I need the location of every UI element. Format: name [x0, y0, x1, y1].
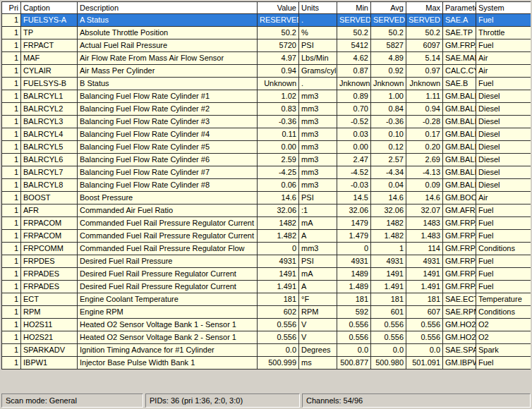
cell-caption: FRPACT — [21, 39, 78, 52]
table-row[interactable]: 1FUELSYS-AA StatusRESERVED.SERVEDSERVEDS… — [2, 14, 531, 27]
status-bar: Scan mode: General PIDs: 36 (pri 1:36, 2… — [1, 393, 531, 408]
cell-description: Absolute Throttle Position — [78, 27, 258, 39]
cell-parameter: GM.BALI — [443, 90, 476, 103]
cell-max: 0.94 — [406, 103, 443, 116]
cell-caption: RPM — [21, 306, 78, 319]
cell-caption: BALRCYL1 — [21, 90, 78, 103]
cell-pri: 1 — [2, 306, 21, 319]
cell-system: Fuel — [476, 230, 531, 243]
cell-system: Fuel — [476, 78, 531, 90]
cell-min: 0 — [337, 243, 371, 255]
cell-units: Grams/cyl — [299, 65, 337, 78]
cell-parameter: GM.BOO — [443, 192, 476, 204]
cell-parameter: GM.BALI — [443, 103, 476, 116]
table-row[interactable]: 1TPAbsolute Throttle Position50.2%50.250… — [2, 27, 531, 39]
cell-pri: 1 — [2, 166, 21, 179]
table-row[interactable]: 1BALRCYL2Balancing Fuel Flow Rate Cylind… — [2, 103, 531, 116]
cell-caption: ECT — [21, 293, 78, 306]
cell-max: 1483 — [406, 217, 443, 230]
cell-parameter: GM.BALI — [443, 116, 476, 128]
table-row[interactable]: 1BALRCYL4Balancing Fuel Flow Rate Cylind… — [2, 128, 531, 141]
cell-max: 6097 — [406, 39, 443, 52]
cell-min: SERVED — [337, 14, 371, 27]
cell-description: Boost Pressure — [78, 192, 258, 204]
cell-parameter: GM.HO2 — [443, 331, 476, 344]
column-header-value[interactable]: Value — [258, 2, 299, 14]
cell-description: Balancing Fuel Flow Rate Cylinder #8 — [78, 179, 258, 192]
cell-min: 592 — [337, 306, 371, 319]
table-row[interactable]: 1BALRCYL5Balancing Fuel Flow Rate Cylind… — [2, 141, 531, 154]
cell-system: Fuel — [476, 14, 531, 27]
cell-caption: BALRCYL7 — [21, 166, 78, 179]
table-row[interactable]: 1RPMEngine RPM602RPM592601607SAE.RPMCond… — [2, 306, 531, 319]
cell-avg: 50.2 — [371, 27, 406, 39]
table-row[interactable]: 1CYLAIRAir Mass Per Cylinder0.94Grams/cy… — [2, 65, 531, 78]
table-row[interactable]: 1FRPACTActual Fuel Rail Pressure5720PSI5… — [2, 39, 531, 52]
column-header-max[interactable]: Max — [406, 2, 443, 14]
column-header-description[interactable]: Description — [78, 2, 258, 14]
column-header-min[interactable]: Min — [337, 2, 371, 14]
column-header-units[interactable]: Units — [299, 2, 337, 14]
cell-system: Fuel — [476, 217, 531, 230]
column-header-avg[interactable]: Avg — [371, 2, 406, 14]
cell-max: 1.11 — [406, 90, 443, 103]
cell-avg: 32.06 — [371, 204, 406, 217]
cell-min: 2.47 — [337, 154, 371, 166]
column-header-parameter[interactable]: Parameter — [443, 2, 476, 14]
table-row[interactable]: 1BALRCYL8Balancing Fuel Flow Rate Cylind… — [2, 179, 531, 192]
cell-parameter: CALC.CY — [443, 65, 476, 78]
table-row[interactable]: 1FRPADESDesired Fuel Rail Pressure Regul… — [2, 281, 531, 293]
cell-parameter: GM.BALI — [443, 166, 476, 179]
cell-caption: CYLAIR — [21, 65, 78, 78]
cell-system: Diesel — [476, 128, 531, 141]
column-header-system[interactable]: System — [476, 2, 531, 14]
cell-value: -4.25 — [258, 166, 299, 179]
cell-parameter: GM.FRP — [443, 243, 476, 255]
table-row[interactable]: 1BALRCYL7Balancing Fuel Flow Rate Cylind… — [2, 166, 531, 179]
cell-system: Diesel — [476, 90, 531, 103]
cell-max: 50.2 — [406, 27, 443, 39]
cell-units: PSI — [299, 39, 337, 52]
cell-pri: 1 — [2, 357, 21, 370]
cell-system: Conditions — [476, 243, 531, 255]
cell-min: 14.5 — [337, 192, 371, 204]
cell-caption: FRPADES — [21, 281, 78, 293]
column-header-pri[interactable]: Pri — [2, 2, 21, 14]
table-row[interactable]: 1FRPCOMMCommanded Fuel Rail Pressure Reg… — [2, 243, 531, 255]
cell-avg: 601 — [371, 306, 406, 319]
cell-min: 1.479 — [337, 230, 371, 243]
cell-pri: 1 — [2, 344, 21, 357]
table-row[interactable]: 1HO2S21Heated O2 Sensor Voltage Bank 2 -… — [2, 331, 531, 344]
cell-pri: 1 — [2, 27, 21, 39]
cell-avg: 0.556 — [371, 331, 406, 344]
table-row[interactable]: 1SPARKADVIgnition Timing Advance for #1 … — [2, 344, 531, 357]
cell-parameter: SAE.MAF — [443, 52, 476, 65]
table-row[interactable]: 1BALRCYL6Balancing Fuel Flow Rate Cylind… — [2, 154, 531, 166]
cell-units: mA — [299, 217, 337, 230]
cell-units: ms — [299, 357, 337, 370]
table-row[interactable]: 1FRPACOMCommanded Fuel Rail Pressure Reg… — [2, 230, 531, 243]
column-header-caption[interactable]: Caption — [21, 2, 78, 14]
cell-max: 0.97 — [406, 65, 443, 78]
cell-max: SERVED — [406, 14, 443, 27]
table-row[interactable]: 1AFRCommanded Air Fuel Ratio32.06:132.06… — [2, 204, 531, 217]
table-row[interactable]: 1FRPACOMCommanded Fuel Rail Pressure Reg… — [2, 217, 531, 230]
table-row[interactable]: 1ECTEngine Coolant Temperature181°F18118… — [2, 293, 531, 306]
cell-units: . — [299, 14, 337, 27]
cell-value: 1.482 — [258, 230, 299, 243]
cell-caption: BALRCYL6 — [21, 154, 78, 166]
table-row[interactable]: 1BALRCYL3Balancing Fuel Flow Rate Cylind… — [2, 116, 531, 128]
table-row[interactable]: 1MAFAir Flow Rate From Mass Air Flow Sen… — [2, 52, 531, 65]
cell-pri: 1 — [2, 293, 21, 306]
table-row[interactable]: 1FRPDESDesired Fuel Rail Pressure4931PSI… — [2, 255, 531, 268]
cell-system: O2 — [476, 331, 531, 344]
table-row[interactable]: 1IBPW1Injector Base Pulse Width Bank 150… — [2, 357, 531, 370]
table-row[interactable]: 1FRPADESDesired Fuel Rail Pressure Regul… — [2, 268, 531, 281]
cell-units: mm3 — [299, 243, 337, 255]
table-row[interactable]: 1HO2S11Heated O2 Sensor Voltage Bank 1 -… — [2, 319, 531, 331]
table-row[interactable]: 1FUELSYS-BB StatusUnknown.JnknownJnknown… — [2, 78, 531, 90]
table-row[interactable]: 1BOOSTBoost Pressure14.6PSI14.514.614.6G… — [2, 192, 531, 204]
cell-min: -0.52 — [337, 116, 371, 128]
table-row[interactable]: 1BALRCYL1Balancing Fuel Flow Rate Cylind… — [2, 90, 531, 103]
cell-caption: AFR — [21, 204, 78, 217]
